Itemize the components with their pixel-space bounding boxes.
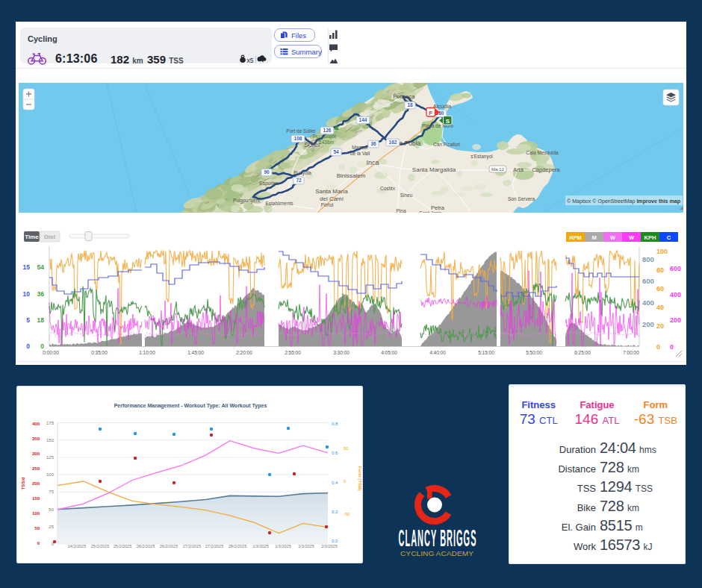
svg-text:S: S — [446, 118, 450, 125]
svg-text:50: 50 — [344, 446, 349, 451]
svg-text:s'Estanyol: s'Estanyol — [470, 154, 493, 160]
svg-text:M: M — [591, 234, 596, 241]
svg-text:0.6: 0.6 — [332, 451, 338, 455]
svg-text:Inca: Inca — [366, 159, 379, 166]
svg-text:150: 150 — [32, 496, 40, 501]
svg-text:Pollença: Pollença — [394, 93, 416, 100]
svg-text:36: 36 — [37, 290, 45, 298]
svg-text:0.0: 0.0 — [332, 539, 338, 543]
svg-text:50: 50 — [49, 507, 54, 512]
svg-text:RPM: RPM — [569, 234, 582, 241]
svg-text:Santa Margalida: Santa Margalida — [412, 166, 456, 173]
svg-text:108: 108 — [294, 136, 302, 141]
svg-text:W: W — [610, 234, 616, 241]
svg-text:600: 600 — [670, 265, 681, 272]
svg-text:15: 15 — [23, 263, 31, 271]
svg-text:Costitx: Costitx — [380, 186, 396, 191]
svg-text:200: 200 — [642, 320, 654, 328]
svg-text:36: 36 — [370, 141, 376, 146]
svg-text:27/2/2025: 27/2/2025 — [205, 544, 223, 548]
svg-text:18: 18 — [407, 102, 413, 107]
svg-text:0:35:00: 0:35:00 — [91, 350, 108, 355]
svg-text:400: 400 — [32, 422, 40, 426]
svg-text:80: 80 — [656, 266, 664, 274]
svg-text:200: 200 — [32, 481, 40, 486]
svg-text:0.8: 0.8 — [332, 422, 338, 426]
svg-text:6:25:00: 6:25:00 — [574, 350, 591, 355]
svg-text:2/3/2025: 2/3/2025 — [298, 544, 314, 548]
svg-text:Form (TSB): Form (TSB) — [358, 466, 362, 491]
svg-text:125: 125 — [46, 455, 55, 460]
svg-text:Artà: Artà — [513, 166, 524, 173]
svg-text:400: 400 — [642, 298, 654, 307]
svg-text:F: F — [429, 110, 432, 116]
svg-text:0: 0 — [37, 541, 40, 545]
svg-text:Puigpunyent: Puigpunyent — [233, 198, 260, 204]
svg-text:Port de Sóller: Port de Sóller — [286, 128, 316, 134]
svg-text:72: 72 — [296, 178, 302, 183]
svg-text:Sineu: Sineu — [400, 193, 413, 198]
svg-text:Son Servera: Son Servera — [508, 196, 535, 201]
svg-text:del Camí: del Camí — [320, 196, 344, 202]
svg-text:60: 60 — [656, 285, 664, 293]
svg-text:Bunyola: Bunyola — [293, 170, 311, 176]
svg-text:2/3/2025: 2/3/2025 — [321, 544, 337, 548]
svg-text:27/2/2025: 27/2/2025 — [183, 544, 201, 548]
svg-text:144: 144 — [359, 117, 367, 122]
svg-text:25: 25 — [49, 525, 54, 529]
svg-text:40: 40 — [656, 304, 664, 311]
svg-text:162: 162 — [389, 140, 397, 145]
svg-text:5:50:00: 5:50:00 — [526, 350, 542, 355]
svg-text:Performance Management - Worko: Performance Management - Workout Type: A… — [114, 403, 267, 409]
svg-text:Capdepera: Capdepera — [532, 166, 560, 173]
svg-text:CLANCY BRIGGS: CLANCY BRIGGS — [399, 525, 477, 551]
svg-text:Can Picafort: Can Picafort — [433, 142, 460, 147]
svg-text:0.2: 0.2 — [332, 510, 338, 514]
svg-text:26/2/2025: 26/2/2025 — [160, 544, 178, 548]
svg-text:75: 75 — [49, 490, 54, 494]
svg-text:1/3/2025: 1/3/2025 — [275, 544, 291, 548]
svg-text:-50: -50 — [344, 512, 350, 516]
svg-text:KPH: KPH — [644, 234, 656, 241]
svg-text:7:00:00: 7:00:00 — [623, 350, 639, 355]
svg-text:© Mapbox © OpenStreetMap Impro: © Mapbox © OpenStreetMap Improve this ma… — [567, 198, 680, 204]
svg-text:C: C — [667, 234, 671, 241]
svg-text:Establiments: Establiments — [265, 201, 293, 206]
svg-text:90: 90 — [264, 169, 270, 175]
svg-text:4:05:00: 4:05:00 — [381, 350, 397, 355]
svg-text:150: 150 — [46, 438, 55, 442]
svg-text:0: 0 — [656, 343, 660, 351]
svg-text:Sóller: Sóller — [304, 141, 320, 148]
svg-text:0:00:00: 0:00:00 — [43, 350, 59, 355]
svg-text:25/2/2025: 25/2/2025 — [91, 544, 109, 548]
svg-text:175: 175 — [46, 421, 55, 425]
svg-text:24/2/2025: 24/2/2025 — [68, 544, 86, 548]
svg-text:250: 250 — [32, 466, 40, 471]
svg-text:5: 5 — [26, 316, 30, 324]
svg-text:Time: Time — [25, 234, 39, 240]
svg-text:100: 100 — [656, 248, 668, 255]
svg-text:0.4: 0.4 — [332, 481, 338, 485]
svg-text:Binissalem: Binissalem — [337, 172, 366, 179]
svg-text:100: 100 — [46, 472, 55, 477]
svg-text:25/2/2025: 25/2/2025 — [114, 544, 131, 548]
svg-text:3:30:00: 3:30:00 — [333, 350, 350, 355]
svg-text:200: 200 — [670, 316, 681, 324]
svg-text:Dist: Dist — [44, 234, 55, 240]
svg-text:126: 126 — [323, 128, 332, 133]
svg-text:Esporles: Esporles — [259, 181, 279, 187]
svg-text:1:45:00: 1:45:00 — [187, 350, 204, 355]
svg-text:54: 54 — [333, 149, 339, 154]
svg-text:1436m: 1436m — [319, 140, 334, 145]
svg-text:2:55:00: 2:55:00 — [285, 350, 301, 355]
svg-text:0: 0 — [40, 343, 44, 350]
svg-text:0: 0 — [670, 343, 674, 351]
svg-text:Alcúdia: Alcúdia — [433, 103, 452, 110]
svg-text:Ma-12: Ma-12 — [491, 167, 505, 172]
svg-text:x5: x5 — [247, 57, 254, 64]
svg-text:54: 54 — [37, 263, 45, 271]
svg-text:CYCLING ACADEMY: CYCLING ACADEMY — [400, 550, 473, 557]
svg-text:28/2/2025: 28/2/2025 — [229, 544, 246, 548]
svg-text:Mancor: Mancor — [352, 145, 369, 150]
svg-text:350: 350 — [32, 437, 40, 441]
